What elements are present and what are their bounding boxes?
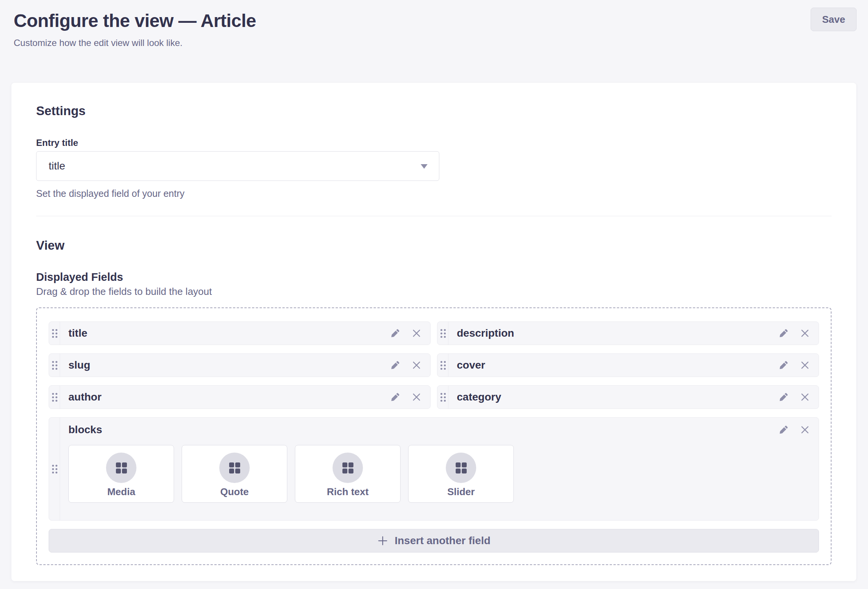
- component-tile-label: Rich text: [327, 486, 369, 498]
- page-header: Configure the view — Article Customize h…: [0, 0, 868, 49]
- field-card-category[interactable]: category: [437, 385, 819, 409]
- close-icon: [412, 328, 421, 338]
- section-divider: [36, 216, 832, 216]
- pencil-icon: [390, 328, 400, 338]
- chevron-down-icon: [421, 164, 428, 169]
- component-tiles: Media Quote Rich text Slider: [68, 445, 810, 503]
- grid-icon: [116, 462, 127, 473]
- edit-field-button[interactable]: [778, 360, 789, 370]
- entry-title-label: Entry title: [36, 138, 832, 148]
- remove-field-button[interactable]: [800, 360, 810, 370]
- remove-field-button[interactable]: [411, 392, 422, 402]
- insert-field-label: Insert another field: [394, 535, 490, 547]
- drag-dots-icon: [440, 361, 442, 363]
- component-circle: [106, 453, 136, 483]
- component-tile-rich-text[interactable]: Rich text: [295, 445, 401, 503]
- field-card-cover[interactable]: cover: [437, 353, 819, 377]
- field-card-slug[interactable]: slug: [49, 353, 431, 377]
- grid-icon: [456, 462, 467, 473]
- edit-field-button[interactable]: [778, 392, 789, 402]
- pencil-icon: [779, 425, 789, 435]
- field-name-label: category: [457, 386, 778, 408]
- remove-field-button[interactable]: [411, 328, 422, 339]
- component-circle: [219, 453, 250, 483]
- component-tile-label: Quote: [220, 486, 249, 498]
- entry-title-hint: Set the displayed field of your entry: [36, 188, 832, 199]
- close-icon: [800, 392, 810, 402]
- field-name-label: author: [68, 386, 390, 408]
- configuration-panel: Settings Entry title title Set the displ…: [11, 83, 856, 581]
- grid-icon: [342, 462, 353, 473]
- field-name-label: slug: [68, 354, 390, 377]
- drag-handle-icon[interactable]: [49, 418, 60, 520]
- close-icon: [800, 360, 810, 370]
- drag-dots-icon: [440, 393, 442, 395]
- pencil-icon: [390, 360, 400, 370]
- grid-icon: [229, 462, 240, 473]
- drag-dots-icon: [52, 393, 54, 395]
- entry-title-select-value: title: [49, 160, 65, 172]
- pencil-icon: [390, 392, 400, 402]
- close-icon: [412, 392, 421, 402]
- field-name-label: cover: [457, 354, 778, 377]
- component-tile-slider[interactable]: Slider: [408, 445, 514, 503]
- drag-handle-icon[interactable]: [49, 386, 60, 408]
- close-icon: [800, 328, 810, 338]
- close-icon: [412, 360, 421, 370]
- component-tile-media[interactable]: Media: [68, 445, 174, 503]
- displayed-fields-heading: Displayed Fields: [36, 271, 832, 283]
- remove-field-button[interactable]: [800, 424, 810, 435]
- displayed-fields-hint: Drag & drop the fields to build the layo…: [36, 286, 832, 297]
- close-icon: [800, 425, 810, 435]
- view-heading: View: [36, 238, 832, 253]
- remove-field-button[interactable]: [800, 392, 810, 402]
- component-tile-quote[interactable]: Quote: [182, 445, 287, 503]
- remove-field-button[interactable]: [800, 328, 810, 339]
- drag-dots-icon: [440, 329, 442, 331]
- field-card-title[interactable]: title: [49, 321, 431, 345]
- remove-field-button[interactable]: [411, 360, 422, 370]
- edit-field-button[interactable]: [390, 360, 401, 370]
- edit-field-button[interactable]: [390, 328, 401, 339]
- field-card-description[interactable]: description: [437, 321, 819, 345]
- page-title: Configure the view — Article: [14, 10, 857, 32]
- edit-field-button[interactable]: [778, 424, 789, 435]
- component-tile-label: Media: [107, 486, 135, 498]
- drag-handle-icon[interactable]: [437, 322, 448, 345]
- insert-field-button[interactable]: Insert another field: [49, 529, 819, 553]
- pencil-icon: [779, 392, 789, 402]
- drag-dots-icon: [52, 465, 54, 467]
- field-name-label: description: [457, 322, 778, 345]
- pencil-icon: [779, 360, 789, 370]
- pencil-icon: [779, 328, 789, 338]
- drag-handle-icon[interactable]: [49, 354, 60, 377]
- component-circle: [333, 453, 363, 483]
- edit-field-button[interactable]: [778, 328, 789, 339]
- drag-handle-icon[interactable]: [437, 386, 448, 408]
- field-name-label: title: [68, 322, 390, 345]
- field-card-author[interactable]: author: [49, 385, 431, 409]
- plus-icon: [377, 535, 388, 546]
- drag-handle-icon[interactable]: [49, 322, 60, 345]
- component-circle: [446, 453, 476, 483]
- drag-dots-icon: [52, 361, 54, 363]
- component-tile-label: Slider: [447, 486, 475, 498]
- edit-field-button[interactable]: [390, 392, 401, 402]
- drag-handle-icon[interactable]: [437, 354, 448, 377]
- drag-dots-icon: [52, 329, 54, 331]
- page-subtitle: Customize how the edit view will look li…: [14, 37, 857, 49]
- field-name-label: blocks: [68, 424, 778, 436]
- settings-heading: Settings: [36, 103, 832, 119]
- entry-title-select[interactable]: title: [36, 151, 439, 181]
- field-card-blocks[interactable]: blocks Media Quote: [49, 417, 819, 521]
- save-button[interactable]: Save: [811, 8, 857, 31]
- fields-dropzone: title description slug cover: [36, 307, 832, 565]
